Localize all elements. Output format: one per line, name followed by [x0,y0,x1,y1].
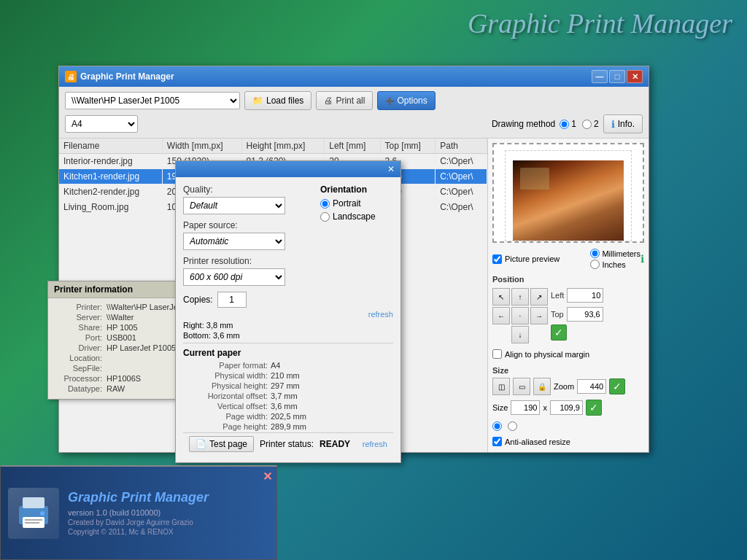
app-text-block: Graphic Print Manager version 1.0 (build… [68,490,209,536]
antialias-checkbox[interactable] [492,437,502,446]
svg-rect-4 [25,519,42,521]
printer-key: Printer: [55,303,107,311]
page-height-val: 289,9 mm [271,422,306,431]
pos-topleft[interactable]: ↖ [492,288,510,306]
dialog-close-button[interactable]: ✕ [387,164,395,174]
page-height-key: Page height: [183,422,271,431]
paper-selector[interactable]: A4 [65,115,138,133]
pos-left[interactable]: ← [492,307,510,324]
size-radio2[interactable] [508,421,517,431]
copies-input[interactable] [217,292,247,308]
page-height-row: Page height: 289,9 mm [183,422,393,431]
page-width-row: Page width: 202,5 mm [183,412,393,421]
about-close-button[interactable]: ✕ [263,470,272,483]
preview-window-detail [520,168,549,190]
zoom-confirm-button[interactable]: ✓ [609,378,625,394]
mm-radio[interactable]: Millimeters [590,249,640,258]
portrait-option[interactable]: Portrait [320,198,393,209]
size-fit-width[interactable]: ◫ [492,378,510,395]
page-width-val: 202,5 mm [271,412,306,421]
pos-right[interactable]: → [530,307,548,324]
bottom-margin-row: Bottom: 3,6 mm [183,331,393,340]
mm-radio-input[interactable] [590,249,600,258]
refresh-link[interactable]: refresh [368,310,393,319]
svg-rect-5 [25,522,39,524]
port-key: Port: [55,333,107,342]
close-button[interactable]: ✕ [627,70,643,83]
size-radio1[interactable] [492,421,502,431]
pos-topright[interactable]: ↗ [530,288,548,306]
window-title: Graphic Print Manager [80,71,174,82]
size-confirm-button[interactable]: ✓ [586,400,602,416]
port-val: USB001 [107,333,136,342]
size-height-input[interactable] [550,400,583,415]
radio2-input[interactable] [582,120,592,129]
inch-radio-input[interactable] [590,260,600,269]
minimize-button[interactable]: — [592,70,608,83]
svg-point-3 [40,511,44,516]
current-paper-section: Current paper Paper format: A4 Physical … [183,343,393,431]
resolution-select[interactable]: 600 x 600 dpi [183,268,285,286]
position-confirm-button[interactable]: ✓ [551,324,567,341]
vert-offset-key: Vertical offset: [183,402,271,411]
pos-center[interactable]: · [511,307,529,324]
phys-width-val: 210 mm [271,371,300,380]
align-checkbox[interactable] [492,349,502,359]
radio1-label[interactable]: 1 [560,119,576,129]
cell-filename: Kitchen1-render.jpg [59,169,162,184]
paper-source-select[interactable]: Automàtic [183,233,285,250]
portrait-radio[interactable] [320,199,330,209]
test-page-button[interactable]: Test page [189,436,254,452]
preview-frame [505,150,632,241]
cell-filename: Kitchen2-render.jpg [59,184,162,200]
size-radio1-input[interactable] [492,421,502,431]
size-lock[interactable]: 🔒 [533,378,551,395]
maximize-button[interactable]: □ [609,70,625,83]
paper-source-group: Paper source: Automàtic [183,220,313,250]
dialog-right: Orientation Portrait Landscape [320,184,393,308]
cell-path: C:\Oper\ [436,184,487,200]
inch-radio[interactable]: Inches [590,260,640,269]
top-pos-input[interactable] [567,307,603,322]
pos-bottom[interactable]: ↓ [511,326,529,343]
app-about-version: version 1.0 (build 010000) [68,508,209,517]
size-radio2-input[interactable] [508,421,517,431]
landscape-radio[interactable] [320,212,330,222]
paper-format-val: A4 [271,361,280,370]
phys-height-row: Physical height: 297 mm [183,381,393,390]
picture-preview-checkbox[interactable]: Picture preview [492,254,560,264]
size-fit-height[interactable]: ▭ [513,378,530,395]
preview-controls-row: Picture preview Millimeters Inches ℹ [492,249,644,269]
printer-selector[interactable]: \\Walter\HP LaserJet P1005 [65,92,240,109]
landscape-option[interactable]: Landscape [320,211,393,222]
picture-preview-input[interactable] [492,254,502,264]
load-files-button[interactable]: Load files [244,91,311,110]
quality-select[interactable]: Default [183,197,285,214]
col-height: Height [mm,px] [241,139,325,154]
refresh2-link[interactable]: refresh [363,440,387,448]
size-icons-row: ◫ ▭ 🔒 Zoom ✓ [492,378,644,395]
location-key: Location: [55,354,107,362]
phys-width-key: Physical width: [183,371,271,380]
print-all-button[interactable]: Print all [316,91,373,110]
options-button[interactable]: Options [377,91,435,110]
processor-key: Processor: [55,374,107,383]
cell-filename: Living_Room.jpg [59,200,162,215]
size-width-input[interactable] [511,400,540,415]
radio1-input[interactable] [560,120,569,129]
col-path: Path [436,139,487,154]
bottom-margin: Bottom: 3,6 mm [183,331,240,340]
paper-format-key: Paper format: [183,361,271,370]
bg-app-title: Graphic Print Manager [468,7,732,39]
antialias-checkbox-row: Anti-aliased resize [492,437,644,446]
vert-offset-row: Vertical offset: 3,6 mm [183,402,393,411]
horiz-offset-key: Horizontal offset: [183,392,271,400]
folder-icon [252,96,263,106]
left-pos-input[interactable] [567,288,603,303]
radio2-label[interactable]: 2 [582,119,599,129]
zoom-input[interactable] [577,379,606,394]
phys-height-val: 297 mm [271,381,300,390]
pos-top[interactable]: ↑ [511,288,529,306]
app-logo-image [8,488,59,539]
info-button[interactable]: Info. [603,114,643,133]
